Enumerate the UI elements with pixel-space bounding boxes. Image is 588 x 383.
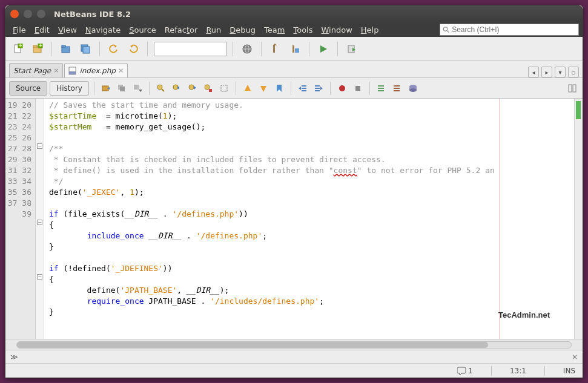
svg-rect-12: [83, 47, 90, 53]
fold-toggle-icon[interactable]: −: [37, 274, 42, 280]
nav-back-button[interactable]: [99, 82, 113, 95]
minimize-icon[interactable]: [24, 10, 32, 18]
history-view-button[interactable]: History: [50, 81, 89, 96]
search-box[interactable]: [440, 24, 579, 36]
svg-point-39: [205, 85, 210, 90]
undo-button[interactable]: [106, 41, 122, 57]
svg-marker-42: [245, 85, 251, 91]
margin-line: [500, 99, 500, 339]
horizontal-scrollbar[interactable]: [5, 339, 583, 350]
redo-button[interactable]: [125, 41, 141, 57]
close-icon[interactable]: ×: [572, 353, 578, 361]
php-file-icon: [68, 67, 77, 75]
menu-run[interactable]: Run: [202, 24, 225, 36]
editor-area: 19 20 21 22 23 24 25 26 27 28 29 30 31 3…: [5, 99, 583, 339]
overview-ruler[interactable]: [574, 99, 583, 339]
statusbar: 1 13:1 INS: [5, 363, 583, 378]
svg-line-34: [162, 89, 164, 91]
menu-refactor[interactable]: Refactor: [161, 24, 202, 36]
clean-build-button[interactable]: [287, 41, 303, 57]
toggle-bookmark-button[interactable]: [273, 82, 286, 95]
svg-rect-6: [33, 45, 37, 47]
menu-file[interactable]: File: [9, 24, 30, 36]
save-all-button[interactable]: [78, 41, 93, 57]
debug-button[interactable]: [344, 41, 360, 57]
nav-dropdown-button[interactable]: [131, 82, 144, 95]
line-gutter[interactable]: 19 20 21 22 23 24 25 26 27 28 29 30 31 3…: [5, 99, 36, 339]
next-bookmark-button[interactable]: [257, 82, 270, 95]
svg-rect-55: [355, 86, 360, 91]
shift-right-button[interactable]: [312, 82, 325, 95]
titlebar[interactable]: NetBeans IDE 8.2: [5, 5, 583, 22]
build-button[interactable]: [268, 41, 283, 57]
main-toolbar: + +: [5, 37, 583, 61]
scrollbar-thumb[interactable]: [17, 342, 488, 348]
macro-stop-button[interactable]: [351, 82, 365, 95]
svg-rect-58: [378, 90, 384, 91]
menu-tools[interactable]: Tools: [289, 24, 316, 36]
svg-rect-51: [315, 88, 320, 89]
svg-rect-59: [394, 85, 400, 87]
menu-edit[interactable]: Edit: [31, 24, 53, 36]
cursor-position[interactable]: 13:1: [510, 367, 526, 375]
menu-debug[interactable]: Debug: [226, 24, 259, 36]
notification-icon[interactable]: 1: [457, 366, 473, 376]
menu-source[interactable]: Source: [125, 24, 160, 36]
comment-button[interactable]: [375, 82, 388, 95]
tab-list-button[interactable]: ▾: [555, 67, 566, 77]
tab-next-button[interactable]: ▸: [541, 67, 552, 77]
maximize-icon[interactable]: [37, 10, 45, 18]
close-icon[interactable]: [10, 10, 19, 18]
svg-rect-18: [273, 45, 275, 53]
insert-mode[interactable]: INS: [563, 367, 575, 375]
uncomment-button[interactable]: [391, 82, 404, 95]
tab-label: index.php: [79, 67, 115, 75]
svg-rect-65: [569, 85, 572, 92]
source-view-button[interactable]: Source: [9, 81, 47, 96]
menu-help[interactable]: Help: [357, 24, 383, 36]
menu-team[interactable]: Team: [260, 24, 288, 36]
menu-window[interactable]: Window: [318, 24, 356, 36]
nav-forward-button[interactable]: [115, 82, 128, 95]
prev-bookmark-button[interactable]: [241, 82, 254, 95]
svg-text:+: +: [18, 44, 22, 48]
svg-rect-40: [209, 89, 212, 92]
svg-marker-19: [273, 44, 277, 45]
go-to-type-button[interactable]: [406, 82, 420, 95]
tab-prev-button[interactable]: ◂: [528, 67, 539, 77]
new-file-button[interactable]: +: [10, 41, 26, 57]
close-icon[interactable]: ×: [118, 67, 124, 74]
app-window: NetBeans IDE 8.2 File Edit View Navigate…: [5, 5, 583, 378]
config-dropdown[interactable]: [154, 42, 226, 56]
toggle-rectangular-button[interactable]: [217, 82, 231, 95]
svg-rect-30: [120, 87, 125, 91]
code-editor[interactable]: // Saves the start time and memory usage…: [44, 99, 574, 339]
run-button[interactable]: [315, 41, 331, 57]
toggle-highlight-button[interactable]: [202, 82, 215, 95]
menu-view[interactable]: View: [55, 24, 81, 36]
open-project-button[interactable]: [58, 41, 74, 57]
svg-marker-22: [320, 45, 327, 53]
shift-left-button[interactable]: [296, 82, 309, 95]
split-button[interactable]: [566, 82, 579, 95]
new-project-button[interactable]: +: [30, 41, 45, 57]
editor-toolbar: Source History: [5, 78, 583, 99]
svg-rect-60: [394, 88, 400, 89]
fold-gutter[interactable]: − − −: [36, 99, 44, 339]
fold-toggle-icon[interactable]: −: [37, 143, 42, 149]
find-selection-button[interactable]: [154, 82, 168, 95]
search-input[interactable]: [452, 25, 576, 34]
fold-toggle-icon[interactable]: −: [37, 220, 42, 225]
tab-index-php[interactable]: index.php ×: [64, 63, 128, 77]
close-icon[interactable]: ×: [53, 67, 59, 74]
breadcrumb-bar[interactable]: ≫ ×: [5, 350, 583, 363]
find-next-button[interactable]: [186, 82, 199, 95]
tab-maximize-button[interactable]: ▫: [568, 67, 579, 77]
tab-start-page[interactable]: Start Page ×: [9, 63, 63, 77]
browser-button[interactable]: [239, 41, 255, 57]
svg-point-37: [189, 85, 194, 90]
menu-navigate[interactable]: Navigate: [82, 24, 124, 36]
svg-rect-61: [394, 90, 400, 91]
find-prev-button[interactable]: [170, 82, 183, 95]
macro-record-button[interactable]: [335, 82, 349, 95]
